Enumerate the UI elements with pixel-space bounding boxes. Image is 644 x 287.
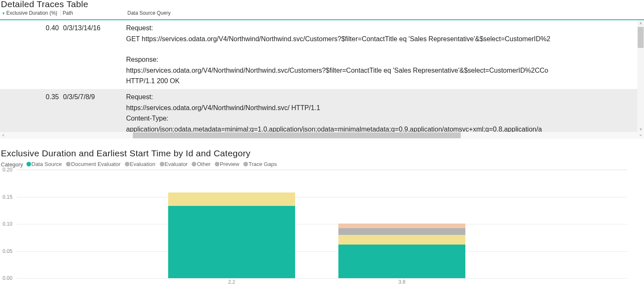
chart-bar[interactable] (338, 170, 465, 278)
cell-duration: 0.40 (0, 20, 62, 36)
legend-item-label: Evaluator (165, 161, 188, 167)
column-header-path[interactable]: Path (61, 10, 126, 16)
traces-table: ▼Exclusive Duration (%) Path Data Source… (0, 10, 644, 139)
legend-swatch-icon (26, 162, 31, 166)
legend-swatch-icon (243, 162, 248, 166)
y-axis-tick-label: 0.20 (3, 167, 12, 173)
chart-bar-segment (338, 228, 465, 234)
gridline (17, 197, 627, 197)
chart-legend: Category Data SourceDocument EvaluatorEv… (1, 161, 644, 168)
scroll-down-icon[interactable]: ∨ (637, 126, 644, 132)
legend-item-label: Preview (220, 161, 239, 167)
cell-path: 0/3/13/14/16 (62, 20, 126, 36)
cell-query: Request:GET https://services.odata.org/V… (126, 20, 639, 89)
scroll-left-icon[interactable]: < (0, 133, 7, 137)
x-axis-tick-label: 3.8 (399, 279, 406, 285)
chart-bar-segment (338, 224, 465, 229)
legend-swatch-icon (160, 162, 164, 166)
legend-swatch-icon (66, 162, 71, 166)
table-row[interactable]: 0.40 0/3/13/14/16 Request:GET https://se… (0, 20, 644, 89)
chart-bar-segment (338, 245, 465, 278)
legend-swatch-icon (192, 162, 196, 166)
gridline (17, 170, 627, 170)
legend-item-label: Other (197, 161, 211, 167)
column-header-exclusive-duration[interactable]: ▼Exclusive Duration (%) (0, 10, 61, 16)
y-axis-tick-label: 0.10 (3, 221, 12, 227)
legend-item-label: Evaluation (130, 161, 156, 167)
table-title: Detailed Traces Table (1, 0, 644, 9)
y-axis-tick-label: 0.05 (3, 248, 12, 254)
scroll-right-icon[interactable]: > (637, 133, 644, 137)
legend-swatch-icon (215, 162, 219, 166)
legend-item-label: Data Source (32, 161, 62, 167)
chart-bar-segment (168, 192, 295, 206)
gridline (17, 251, 627, 252)
chart-title: Exclusive Duration and Earliest Start Ti… (1, 148, 644, 158)
legend-item[interactable]: Preview (215, 161, 239, 167)
chart-area[interactable]: 0.000.050.100.150.20 2.23.8 (0, 169, 644, 286)
table-row[interactable]: 0.35 0/3/5/7/8/9 Request:https://service… (0, 89, 644, 132)
legend-item-label: Trace Gaps (248, 161, 277, 167)
sort-indicator-icon: ▼ (2, 11, 5, 16)
column-header-query[interactable]: Data Source Query (126, 10, 640, 16)
horizontal-scrollbar[interactable]: < > (0, 132, 644, 139)
legend-item[interactable]: Data Source (26, 161, 62, 167)
cell-path: 0/3/5/7/8/9 (62, 89, 126, 105)
y-axis-tick-label: 0.15 (3, 194, 12, 200)
vertical-scrollbar[interactable]: ∧ ∨ (637, 20, 644, 132)
legend-item[interactable]: Evaluation (125, 161, 156, 167)
cell-duration: 0.35 (0, 89, 62, 105)
chart-bar-segment (338, 235, 465, 245)
table-header-row: ▼Exclusive Duration (%) Path Data Source… (0, 10, 644, 20)
scroll-up-icon[interactable]: ∧ (637, 20, 644, 26)
table-body: 0.40 0/3/13/14/16 Request:GET https://se… (0, 20, 644, 132)
legend-item[interactable]: Document Evaluator (66, 161, 121, 167)
cell-query: Request:https://services.odata.org/V4/No… (126, 89, 639, 132)
chart-bar-segment (168, 206, 295, 278)
chart-plot-area[interactable]: 0.000.050.100.150.20 (17, 169, 627, 278)
scrollbar-thumb[interactable] (638, 27, 644, 48)
scrollbar-thumb[interactable] (133, 132, 461, 138)
chart-bar[interactable] (168, 170, 295, 278)
legend-item-label: Document Evaluator (71, 161, 121, 167)
gridline (17, 224, 627, 224)
y-axis-tick-label: 0.00 (3, 275, 12, 281)
column-header-label: Exclusive Duration (%) (6, 10, 57, 16)
legend-item[interactable]: Evaluator (160, 161, 188, 167)
legend-item[interactable]: Trace Gaps (243, 161, 277, 167)
legend-swatch-icon (125, 162, 129, 166)
legend-item[interactable]: Other (192, 161, 211, 167)
x-axis-tick-label: 2.2 (228, 279, 235, 285)
